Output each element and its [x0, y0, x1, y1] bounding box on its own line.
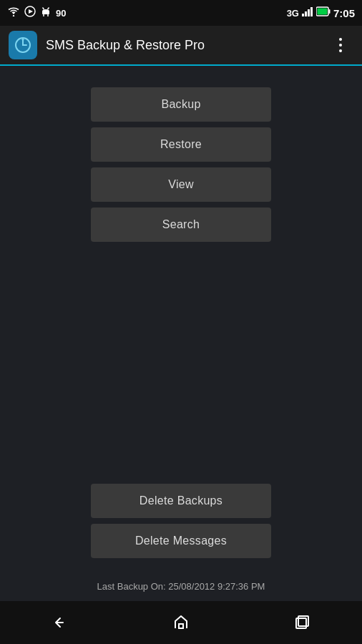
svg-rect-9: [302, 14, 304, 16]
app-icon: [9, 31, 37, 59]
backup-button[interactable]: Backup: [91, 87, 271, 122]
svg-rect-10: [305, 11, 307, 16]
svg-rect-14: [328, 9, 330, 14]
app-bar: SMS Backup & Restore Pro: [0, 26, 362, 66]
delete-messages-button[interactable]: Delete Messages: [91, 524, 271, 558]
main-buttons-bottom: Delete Backups Delete Messages: [14, 484, 348, 572]
overflow-menu-button[interactable]: [328, 32, 353, 58]
battery-icon: [316, 6, 331, 19]
network-type: 3G: [287, 8, 299, 19]
restore-button[interactable]: Restore: [91, 127, 271, 162]
android-icon: [40, 6, 52, 20]
delete-backups-button[interactable]: Delete Backups: [91, 484, 271, 518]
recents-button[interactable]: [280, 608, 323, 637]
svg-line-7: [43, 8, 44, 10]
status-bar: 90 3G 7:05: [0, 0, 362, 26]
svg-line-8: [48, 8, 49, 10]
last-backup-text: Last Backup On: 25/08/2012 9:27:36 PM: [97, 581, 265, 592]
status-bar-right: 3G 7:05: [287, 6, 355, 19]
play-icon: [24, 6, 36, 20]
view-button[interactable]: View: [91, 167, 271, 202]
main-content: Backup Restore View Search Delete Backup…: [0, 66, 362, 572]
search-button[interactable]: Search: [91, 208, 271, 242]
status-time: 7:05: [333, 7, 355, 19]
svg-marker-2: [29, 9, 33, 14]
overflow-dot-1: [339, 38, 342, 41]
overflow-dot-2: [339, 44, 342, 47]
home-button[interactable]: [160, 608, 202, 637]
svg-rect-15: [317, 9, 327, 15]
signal-icon: [302, 6, 313, 19]
nav-bar: [0, 601, 362, 644]
status-bar-left: 90: [7, 6, 66, 20]
battery-percentage: 90: [56, 8, 66, 19]
svg-rect-11: [308, 9, 310, 16]
app-title: SMS Backup & Restore Pro: [46, 38, 328, 53]
overflow-dot-3: [339, 49, 342, 52]
svg-rect-17: [179, 624, 183, 628]
wifi-icon: [7, 6, 20, 19]
footer-status: Last Backup On: 25/08/2012 9:27:36 PM: [0, 572, 362, 601]
back-button[interactable]: [39, 608, 82, 637]
main-buttons-top: Backup Restore View Search: [14, 87, 348, 242]
svg-rect-12: [310, 7, 313, 16]
